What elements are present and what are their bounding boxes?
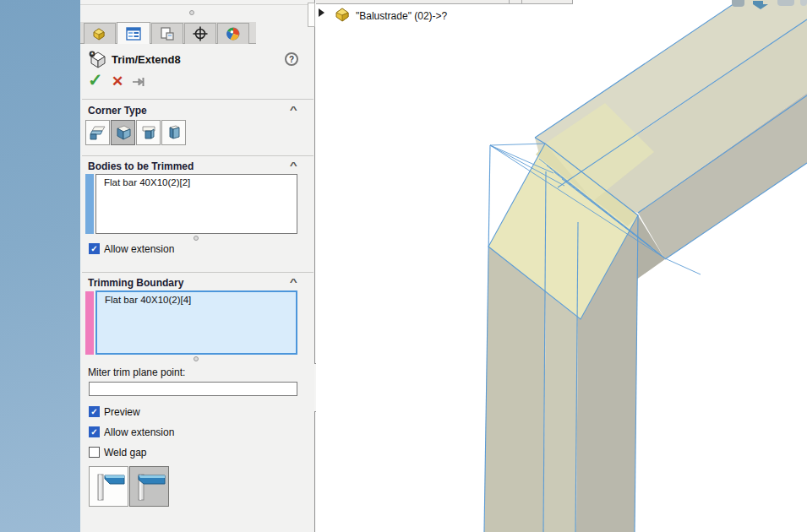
bodies-header[interactable]: Bodies to be Trimmed	[88, 160, 194, 172]
configuration-icon	[159, 26, 176, 41]
miter-point-input[interactable]	[89, 382, 297, 396]
vertical-bar-left-face	[484, 247, 546, 532]
chevron-up-icon[interactable]: ^	[290, 160, 297, 171]
corner-type-end-miter-button[interactable]	[111, 120, 135, 145]
chevron-up-icon[interactable]: ^	[290, 277, 297, 287]
trimming-boundary-header[interactable]: Trimming Boundary	[88, 277, 183, 289]
end-trim-icon	[89, 124, 107, 141]
corner-type-end-butt1-button[interactable]	[136, 120, 161, 145]
list-item[interactable]: Flat bar 40X10(2)[2]	[104, 177, 297, 187]
pin-icon[interactable]	[133, 76, 148, 88]
listbox-resize-grip[interactable]	[194, 236, 199, 241]
weld-gap-checkbox[interactable]	[89, 447, 100, 458]
trim-flag-flush-icon	[133, 470, 166, 503]
allow-extension-label-1: Allow extension	[104, 243, 174, 255]
left-background-strip	[0, 0, 80, 532]
tab-dimxpertmanager[interactable]	[184, 23, 216, 44]
end-miter-icon	[114, 124, 133, 141]
bodies-selection-listbox[interactable]: Flat bar 40X10(2)[2]	[95, 174, 297, 234]
end-butt2-icon	[165, 124, 183, 141]
trim-option-button-2[interactable]	[129, 466, 169, 507]
panel-top-divider	[80, 4, 315, 5]
headsup-partial-icon[interactable]	[777, 0, 794, 6]
vertical-bar-mid-face	[543, 292, 578, 532]
section-divider	[82, 99, 314, 100]
tab-configurationmanager[interactable]	[151, 23, 183, 44]
chevron-up-icon[interactable]: ^	[290, 105, 297, 115]
panel-corner-box	[308, 3, 315, 27]
trim-extend-feature-icon: *	[87, 49, 107, 69]
preview-label: Preview	[104, 406, 140, 418]
display-manager-icon	[225, 26, 242, 41]
trim-option-button-1[interactable]	[89, 466, 128, 507]
corner-type-end-trim-button[interactable]	[85, 120, 110, 145]
headsup-partial-icon[interactable]	[732, 0, 744, 7]
flyout-expand-arrow[interactable]	[319, 8, 324, 17]
ok-check-icon[interactable]: ✓	[88, 73, 103, 88]
solidworks-window: * Trim/Extend8 ? ✓ ✕ Corner Type ^	[0, 0, 807, 532]
tab-displaymanager[interactable]	[217, 23, 249, 44]
help-icon[interactable]: ?	[285, 52, 298, 66]
section-divider	[82, 272, 314, 273]
property-manager-icon	[125, 26, 142, 41]
weld-gap-label: Weld gap	[104, 447, 146, 459]
end-butt1-icon	[139, 124, 158, 141]
boundary-selection-color-bar	[85, 291, 94, 355]
bodies-selection-color-bar	[85, 174, 94, 234]
dimxpert-icon	[192, 26, 209, 41]
toolbar-divider	[509, 0, 510, 4]
cancel-x-icon[interactable]: ✕	[112, 74, 123, 90]
tab-featuremanager[interactable]	[84, 23, 116, 44]
preview-checkbox[interactable]: ✓	[89, 406, 100, 417]
flyout-part-name[interactable]: "Balustrade" (02)->?	[356, 10, 447, 22]
section-divider	[82, 155, 314, 156]
feature-title: Trim/Extend8	[112, 53, 181, 66]
part-icon	[334, 6, 351, 23]
manager-tab-bar	[80, 22, 256, 44]
panel-resize-grip[interactable]	[189, 10, 194, 15]
listbox-resize-grip[interactable]	[194, 356, 199, 361]
trim-flag-offset-icon	[92, 470, 126, 503]
allow-extension-checkbox-2[interactable]: ✓	[89, 426, 100, 437]
list-item[interactable]: Flat bar 40X10(2)[4]	[105, 295, 296, 305]
boundary-selection-listbox[interactable]: Flat bar 40X10(2)[4]	[95, 290, 297, 355]
toolbar-divider	[521, 0, 522, 4]
headsup-arrow-icon[interactable]	[751, 0, 770, 9]
model-canvas[interactable]	[316, 0, 807, 532]
tab-propertymanager[interactable]	[117, 22, 150, 44]
part-icon	[91, 26, 108, 41]
corner-type-header[interactable]: Corner Type	[88, 105, 147, 117]
toolbar-sliver	[316, 0, 573, 4]
miter-point-label: Miter trim plane point:	[88, 366, 185, 378]
allow-extension-label-2: Allow extension	[104, 426, 174, 438]
corner-type-end-butt2-button[interactable]	[161, 120, 186, 145]
allow-extension-checkbox-1[interactable]: ✓	[89, 243, 100, 254]
